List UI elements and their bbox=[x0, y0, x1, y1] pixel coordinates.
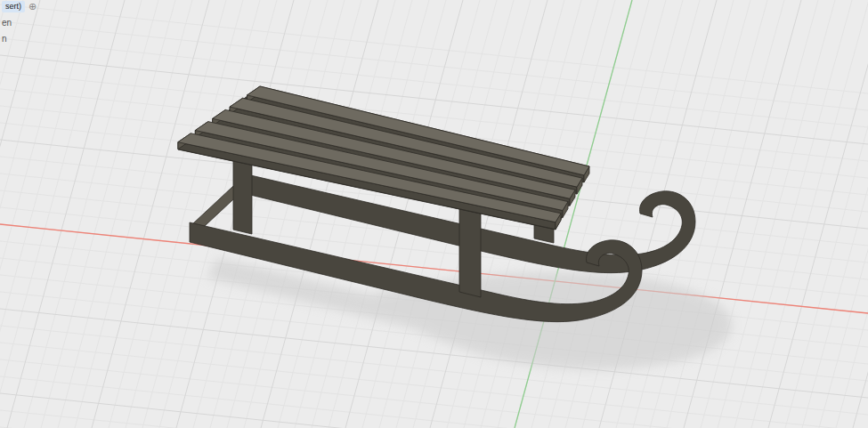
browser-item[interactable]: n bbox=[2, 34, 7, 44]
grid-line bbox=[802, 0, 868, 428]
grid-minor-lines bbox=[0, 0, 868, 428]
near-front-post[interactable] bbox=[459, 208, 481, 297]
grid-line bbox=[650, 0, 767, 428]
grid-line bbox=[0, 4, 868, 93]
grid-line bbox=[718, 0, 835, 428]
browser-row: en bbox=[2, 17, 37, 28]
grid-line bbox=[126, 0, 243, 428]
grid-line bbox=[41, 0, 158, 428]
browser-item[interactable]: en bbox=[2, 18, 12, 28]
grid-line bbox=[0, 326, 868, 415]
browser-row: n bbox=[2, 33, 37, 44]
browser-panel: sert) ⊕ en n bbox=[2, 1, 37, 44]
grid-line bbox=[58, 0, 175, 428]
grid-line bbox=[0, 0, 23, 428]
grid-line bbox=[734, 0, 852, 428]
near-rear-post[interactable] bbox=[233, 158, 252, 234]
grid-line bbox=[24, 0, 142, 428]
grid-line bbox=[0, 21, 868, 110]
grid-line bbox=[0, 0, 57, 428]
grid-line bbox=[0, 0, 40, 428]
grid-line bbox=[684, 0, 801, 428]
grid-line bbox=[92, 0, 209, 428]
grid-line bbox=[751, 0, 868, 428]
circled-dot-icon[interactable]: ⊕ bbox=[28, 2, 37, 12]
browser-row: sert) ⊕ bbox=[2, 1, 37, 12]
grid-line bbox=[0, 38, 868, 127]
browser-item-selected[interactable]: sert) bbox=[2, 1, 25, 12]
grid-major-lines bbox=[0, 0, 868, 428]
grid-line bbox=[7, 0, 125, 428]
viewport-3d[interactable] bbox=[0, 0, 868, 428]
grid-line bbox=[701, 0, 818, 428]
